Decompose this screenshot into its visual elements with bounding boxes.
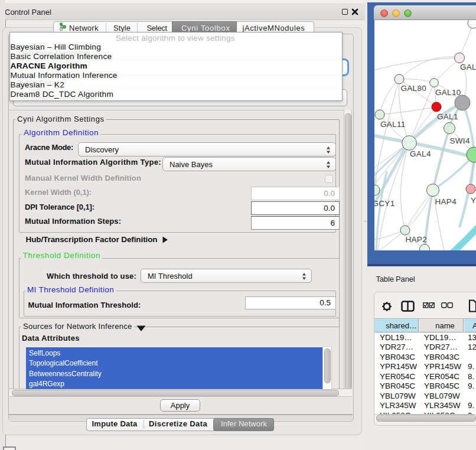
svg-text:GAL11: GAL11 — [380, 120, 406, 129]
svg-text:HAP2: HAP2 — [406, 235, 427, 244]
svg-text:HAP4: HAP4 — [435, 197, 457, 206]
svg-text:GCY1: GCY1 — [374, 199, 395, 208]
svg-text:GAL: GAL — [460, 63, 476, 71]
svg-text:Y: Y — [471, 196, 476, 205]
svg-text:GAL10: GAL10 — [435, 88, 461, 97]
svg-text:GAL80: GAL80 — [401, 84, 427, 93]
svg-text:GAL1: GAL1 — [437, 112, 458, 121]
svg-text:SWI4: SWI4 — [450, 136, 470, 145]
svg-text:GAL4: GAL4 — [410, 149, 431, 158]
